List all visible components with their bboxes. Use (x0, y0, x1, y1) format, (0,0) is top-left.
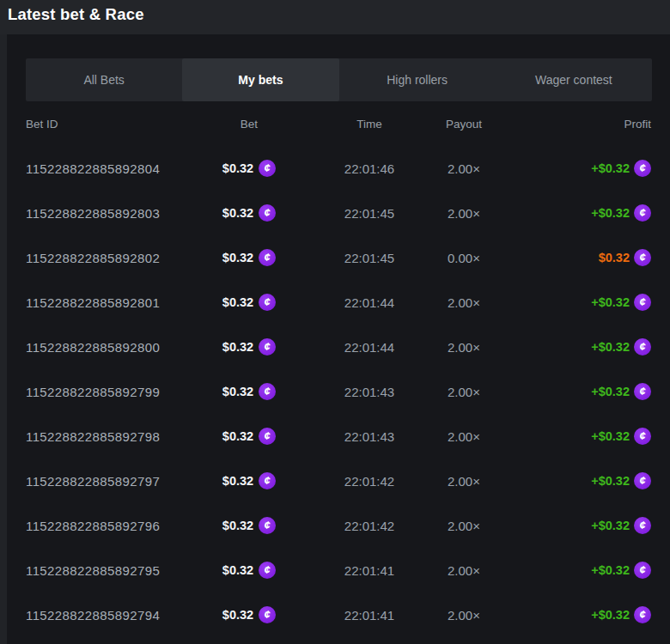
bet-amount-value: $0.32 (222, 206, 253, 220)
bet-amount-cell: $0.32 ¢ (189, 338, 309, 355)
bet-table-row[interactable]: 115228822885892801 $0.32 ¢ 22:01:44 2.00… (7, 280, 670, 325)
profit-amount-value: +$0.32 (591, 429, 630, 443)
table-header-row: Bet ID Bet Time Payout Profit (7, 101, 670, 146)
bet-amount-value: $0.32 (222, 519, 253, 532)
profit-cell: +$0.32 ¢ (498, 428, 651, 445)
profit-cell: +$0.32 ¢ (498, 204, 651, 222)
bet-table-row[interactable]: 115228822885892804 $0.32 ¢ 22:01:46 2.00… (7, 146, 670, 191)
bet-time-value: 22:01:45 (309, 251, 429, 265)
coin-icon: ¢ (634, 472, 651, 489)
bet-amount-cell: $0.32 ¢ (189, 294, 309, 311)
bet-table-row[interactable]: 115228822885892799 $0.32 ¢ 22:01:43 2.00… (7, 369, 670, 414)
bet-time-value: 22:01:42 (309, 519, 429, 533)
bet-table-row[interactable]: 115228822885892800 $0.32 ¢ 22:01:44 2.00… (7, 325, 670, 369)
coin-icon: ¢ (634, 606, 651, 623)
bet-time-value: 22:01:46 (309, 161, 429, 176)
bet-id-value: 115228822885892796 (26, 519, 189, 533)
bet-id-value: 115228822885892803 (26, 206, 189, 221)
coin-icon: ¢ (259, 517, 276, 534)
bet-table-row[interactable]: 115228822885892795 $0.32 ¢ 22:01:41 2.00… (7, 548, 670, 592)
coin-icon: ¢ (259, 249, 276, 266)
payout-multiplier-value: 2.00× (429, 295, 498, 310)
coin-icon: ¢ (259, 160, 276, 177)
payout-multiplier-value: 2.00× (429, 429, 498, 444)
coin-icon: ¢ (259, 383, 276, 400)
bet-time-value: 22:01:45 (309, 206, 429, 221)
coin-icon: ¢ (259, 204, 276, 222)
profit-amount-value: +$0.32 (591, 340, 630, 354)
column-header-profit: Profit (498, 118, 651, 131)
bet-id-value: 115228822885892797 (26, 474, 189, 489)
latest-bets-panel: All BetsMy betsHigh rollersWager contest… (7, 34, 670, 644)
tab-all-bets[interactable]: All Bets (26, 58, 182, 101)
bet-id-value: 115228822885892795 (26, 563, 189, 578)
coin-icon: ¢ (634, 204, 651, 222)
bet-table-row[interactable]: 115228822885892803 $0.32 ¢ 22:01:45 2.00… (7, 191, 670, 235)
profit-amount-value: +$0.32 (591, 519, 630, 532)
coin-icon: ¢ (259, 472, 276, 489)
bet-amount-cell: $0.32 ¢ (189, 472, 309, 489)
bet-time-value: 22:01:43 (309, 385, 429, 399)
bet-table-row[interactable]: 115228822885892798 $0.32 ¢ 22:01:43 2.00… (7, 414, 670, 459)
bet-table-row[interactable]: 115228822885892796 $0.32 ¢ 22:01:42 2.00… (7, 503, 670, 548)
payout-multiplier-value: 2.00× (429, 474, 498, 489)
tab-my-bets[interactable]: My bets (182, 58, 338, 101)
bet-amount-cell: $0.32 ¢ (189, 204, 309, 222)
bet-id-value: 115228822885892794 (26, 608, 189, 623)
profit-amount-value: +$0.32 (591, 563, 630, 577)
bet-amount-cell: $0.32 ¢ (189, 606, 309, 623)
bet-amount-cell: $0.32 ¢ (189, 383, 309, 400)
profit-amount-value: $0.32 (599, 251, 630, 264)
bet-amount-value: $0.32 (222, 161, 253, 175)
coin-icon: ¢ (634, 294, 651, 311)
bet-table-row[interactable]: 115228822885892794 $0.32 ¢ 22:01:41 2.00… (7, 592, 670, 637)
profit-amount-value: +$0.32 (591, 385, 630, 398)
bet-amount-value: $0.32 (222, 429, 253, 443)
profit-cell: +$0.32 ¢ (498, 606, 651, 623)
coin-icon: ¢ (259, 294, 276, 311)
page-title: Latest bet & Race (8, 5, 144, 24)
bet-time-value: 22:01:44 (309, 295, 429, 310)
coin-icon: ¢ (634, 562, 651, 579)
bet-time-value: 22:01:44 (309, 340, 429, 355)
coin-icon: ¢ (634, 160, 651, 177)
coin-icon: ¢ (634, 428, 651, 445)
title-bar: Latest bet & Race (0, 0, 670, 34)
profit-cell: $0.32 ¢ (498, 249, 651, 266)
column-header-payout: Payout (429, 118, 498, 131)
coin-icon: ¢ (634, 383, 651, 400)
bet-id-value: 115228822885892800 (26, 340, 189, 355)
bet-amount-cell: $0.32 ¢ (189, 160, 309, 177)
profit-cell: +$0.32 ¢ (498, 383, 651, 400)
coin-icon: ¢ (259, 562, 276, 579)
bet-table-row[interactable]: 115228822885892797 $0.32 ¢ 22:01:42 2.00… (7, 459, 670, 503)
bet-time-value: 22:01:42 (309, 474, 429, 489)
coin-icon: ¢ (634, 338, 651, 355)
profit-amount-value: +$0.32 (591, 608, 630, 622)
bet-table-row[interactable]: 115228822885892802 $0.32 ¢ 22:01:45 0.00… (7, 235, 670, 280)
profit-cell: +$0.32 ¢ (498, 338, 651, 355)
payout-multiplier-value: 0.00× (429, 251, 498, 265)
payout-multiplier-value: 2.00× (429, 206, 498, 221)
payout-multiplier-value: 2.00× (429, 385, 498, 399)
coin-icon: ¢ (634, 517, 651, 534)
profit-amount-value: +$0.32 (591, 474, 630, 488)
bet-amount-value: $0.32 (222, 563, 253, 577)
payout-multiplier-value: 2.00× (429, 563, 498, 578)
bet-amount-value: $0.32 (222, 608, 253, 622)
bet-id-value: 115228822885892802 (26, 251, 189, 265)
payout-multiplier-value: 2.00× (429, 608, 498, 623)
bet-id-value: 115228822885892798 (26, 429, 189, 444)
coin-icon: ¢ (259, 428, 276, 445)
profit-amount-value: +$0.32 (591, 206, 630, 220)
tab-wager-contest[interactable]: Wager contest (496, 58, 652, 101)
bet-amount-cell: $0.32 ¢ (189, 517, 309, 534)
bet-amount-value: $0.32 (222, 251, 253, 264)
profit-cell: +$0.32 ¢ (498, 294, 651, 311)
bet-amount-value: $0.32 (222, 385, 253, 398)
bet-amount-cell: $0.32 ¢ (189, 249, 309, 266)
tab-high-rollers[interactable]: High rollers (339, 58, 496, 101)
payout-multiplier-value: 2.00× (429, 161, 498, 176)
bet-amount-cell: $0.32 ¢ (189, 562, 309, 579)
payout-multiplier-value: 2.00× (429, 340, 498, 355)
